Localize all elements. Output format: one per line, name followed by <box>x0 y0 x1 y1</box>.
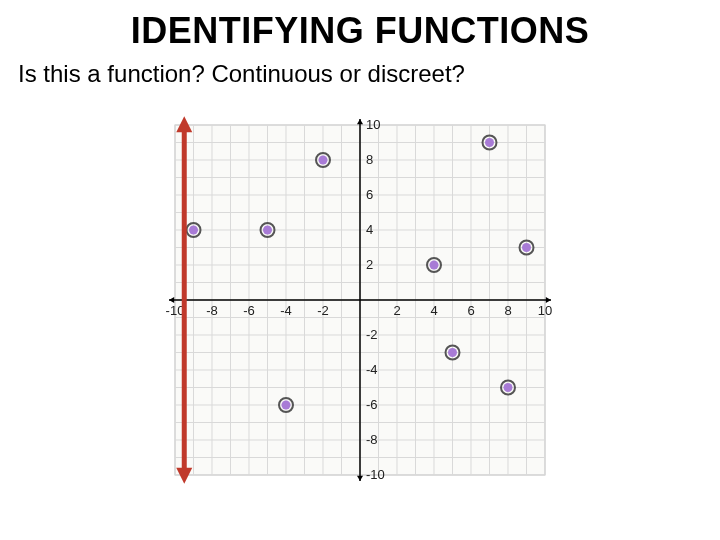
y-tick-label: -10 <box>366 467 385 482</box>
y-tick-label: 8 <box>366 152 373 167</box>
x-tick-label: 4 <box>430 303 437 318</box>
scatter-chart: -10-8-6-4-2246810-10-8-6-4-2246810 <box>135 105 585 505</box>
y-tick-label: -6 <box>366 397 378 412</box>
y-tick-label: -2 <box>366 327 378 342</box>
svg-point-50 <box>189 226 198 235</box>
page-title: IDENTIFYING FUNCTIONS <box>0 10 720 52</box>
svg-point-54 <box>319 156 328 165</box>
x-tick-label: -4 <box>280 303 292 318</box>
svg-marker-68 <box>176 116 192 132</box>
y-tick-label: -4 <box>366 362 378 377</box>
svg-point-52 <box>263 226 272 235</box>
x-tick-label: -6 <box>243 303 255 318</box>
x-tick-label: -2 <box>317 303 329 318</box>
y-tick-label: 10 <box>366 117 380 132</box>
question-text: Is this a function? Continuous or discre… <box>18 60 465 88</box>
svg-marker-69 <box>176 468 192 484</box>
y-tick-label: 4 <box>366 222 373 237</box>
svg-point-62 <box>448 348 457 357</box>
y-tick-label: 6 <box>366 187 373 202</box>
y-tick-label: 2 <box>366 257 373 272</box>
svg-point-56 <box>282 401 291 410</box>
x-tick-label: 2 <box>393 303 400 318</box>
svg-marker-47 <box>357 119 363 124</box>
slide: IDENTIFYING FUNCTIONS Is this a function… <box>0 0 720 540</box>
x-tick-label: 10 <box>538 303 552 318</box>
svg-point-66 <box>522 243 531 252</box>
x-tick-label: 6 <box>467 303 474 318</box>
svg-point-58 <box>430 261 439 270</box>
x-tick-label: -10 <box>166 303 185 318</box>
svg-point-60 <box>485 138 494 147</box>
svg-marker-48 <box>357 476 363 481</box>
x-tick-label: 8 <box>504 303 511 318</box>
svg-point-64 <box>504 383 513 392</box>
y-tick-label: -8 <box>366 432 378 447</box>
x-tick-label: -8 <box>206 303 218 318</box>
